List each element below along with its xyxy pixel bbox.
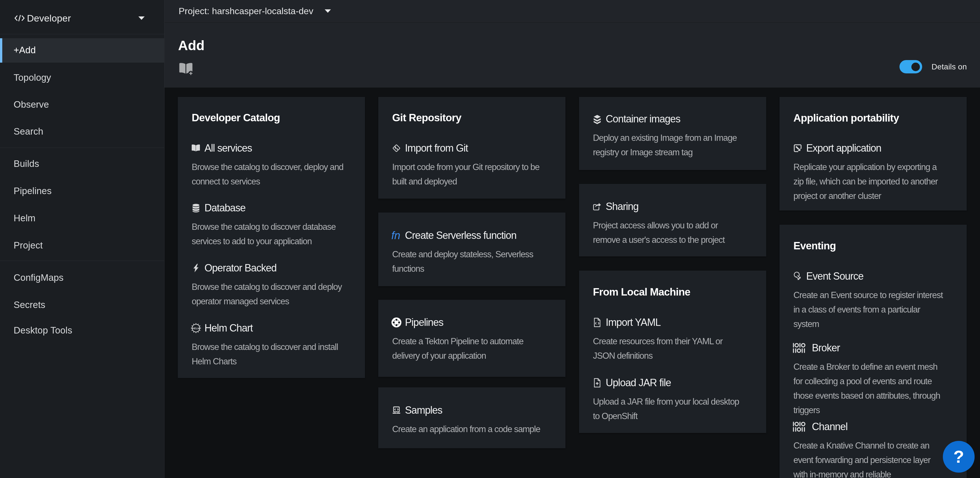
svg-text:HELM: HELM (192, 327, 200, 330)
